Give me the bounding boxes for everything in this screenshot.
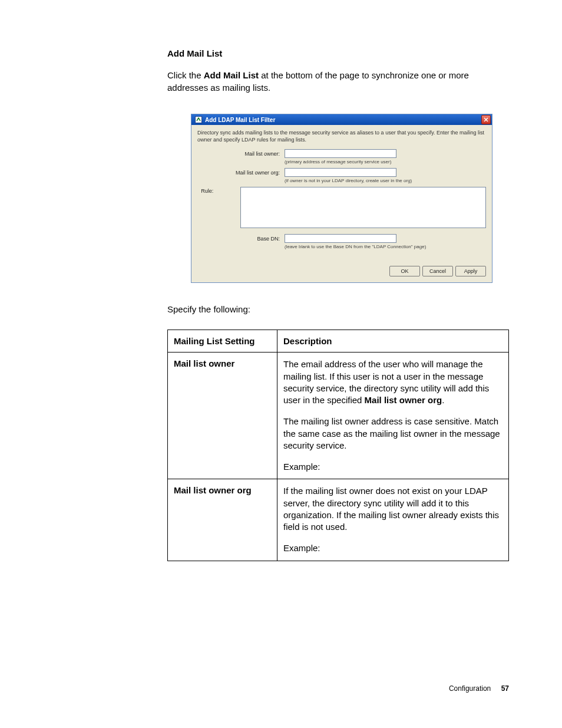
base-dn-input[interactable]: [285, 234, 396, 243]
mail-list-owner-org-label: Mail list owner org:: [197, 168, 285, 176]
table-header-row: Mailing List Setting Description: [168, 330, 509, 353]
row1-p3: Example:: [283, 461, 503, 473]
row1-p1c: .: [442, 395, 444, 405]
rule-textarea[interactable]: [240, 187, 486, 228]
base-dn-label: Base DN:: [197, 234, 285, 242]
mail-list-owner-org-input[interactable]: [285, 168, 396, 177]
rule-label: Rule:: [197, 187, 218, 194]
add-ldap-mail-list-filter-dialog: Add LDAP Mail List Filter Directory sync…: [191, 114, 492, 283]
apply-button[interactable]: Apply: [455, 266, 486, 276]
table-header-setting: Mailing List Setting: [168, 330, 277, 353]
intro-paragraph: Click the Add Mail List at the bottom of…: [167, 69, 509, 94]
base-dn-hint: (leave blank to use the Base DN from the…: [285, 244, 486, 249]
section-heading: Add Mail List: [167, 48, 509, 58]
cancel-button[interactable]: Cancel: [422, 266, 453, 276]
footer-section: Configuration: [449, 684, 491, 693]
row-desc-mail-list-owner: The email address of the user who will m…: [277, 353, 509, 479]
row-desc-mail-list-owner-org: If the mailing list owner does not exist…: [277, 479, 509, 561]
specify-text: Specify the following:: [167, 304, 509, 314]
row2-p2: Example:: [283, 542, 503, 554]
page-footer: Configuration 57: [449, 684, 509, 693]
dialog-titlebar: Add LDAP Mail List Filter: [191, 114, 492, 125]
close-icon: [484, 117, 488, 122]
row-label-mail-list-owner: Mail list owner: [168, 353, 277, 479]
intro-text-bold: Add Mail List: [204, 70, 259, 80]
settings-table: Mailing List Setting Description Mail li…: [167, 330, 509, 561]
row-label-mail-list-owner-org: Mail list owner org: [168, 479, 277, 561]
ok-button[interactable]: OK: [389, 266, 420, 276]
dialog-instructions: Directory sync adds mailing lists to the…: [197, 130, 486, 143]
app-icon: [195, 116, 202, 123]
table-header-description: Description: [277, 330, 509, 353]
mail-list-owner-hint: (primary address of message security ser…: [285, 159, 486, 164]
mail-list-owner-label: Mail list owner:: [197, 149, 285, 157]
mail-list-owner-org-hint: (if owner is not in your LDAP directory,…: [285, 178, 486, 183]
mail-list-owner-input[interactable]: [285, 149, 396, 158]
close-button[interactable]: [481, 115, 491, 124]
table-row: Mail list owner org If the mailing list …: [168, 479, 509, 561]
intro-text-pre: Click the: [167, 70, 204, 80]
row1-p1b: Mail list owner org: [365, 395, 442, 405]
dialog-title: Add LDAP Mail List Filter: [205, 117, 275, 123]
row2-p1: If the mailing list owner does not exist…: [283, 485, 503, 533]
table-row: Mail list owner The email address of the…: [168, 353, 509, 479]
row1-p2: The mailing list owner address is case s…: [283, 416, 503, 452]
footer-page-number: 57: [501, 684, 509, 693]
